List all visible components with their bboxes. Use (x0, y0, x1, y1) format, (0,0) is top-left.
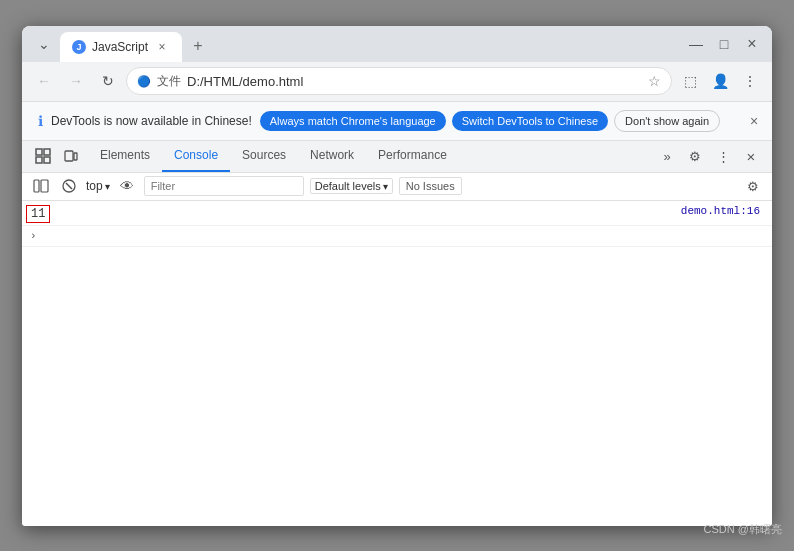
tab-favicon: J (72, 40, 86, 54)
match-language-button[interactable]: Always match Chrome's language (260, 111, 446, 131)
devtools-area: ℹ DevTools is now available in Chinese! … (22, 102, 772, 526)
devtools-settings-icon[interactable]: ⚙ (682, 143, 708, 169)
console-expand-row: › (22, 226, 772, 247)
tab-title: JavaScript (92, 40, 148, 54)
nav-bar: ← → ↻ 🔵 文件 D:/HTML/demo.html ☆ ⬚ 👤 ⋮ (22, 62, 772, 102)
browser-window: ⌄ J JavaScript × + — □ × ← → ↻ 🔵 文件 (22, 26, 772, 526)
switch-devtools-button[interactable]: Switch DevTools to Chinese (452, 111, 608, 131)
back-button[interactable]: ← (30, 67, 58, 95)
profile-button[interactable]: 👤 (706, 67, 734, 95)
console-settings-icon[interactable]: ⚙ (742, 175, 764, 197)
tab-sources[interactable]: Sources (230, 140, 298, 172)
context-selector[interactable]: top ▾ (86, 179, 110, 193)
no-issues-indicator: No Issues (399, 177, 462, 195)
tab-console[interactable]: Console (162, 140, 230, 172)
expand-icon[interactable]: › (26, 228, 41, 244)
notification-info-icon: ℹ (38, 113, 43, 129)
bookmark-icon[interactable]: ☆ (648, 73, 661, 89)
tab-close-btn[interactable]: × (154, 39, 170, 55)
devtools-tabs: Elements Console Sources Network Perform… (22, 141, 772, 173)
clear-console-icon[interactable] (58, 175, 80, 197)
svg-line-9 (66, 183, 72, 189)
inspect-element-icon[interactable] (30, 143, 56, 169)
eye-icon[interactable]: 👁 (116, 175, 138, 197)
console-output: 11 demo.html:16 › (22, 201, 772, 526)
new-tab-button[interactable]: + (184, 32, 212, 60)
extensions-button[interactable]: ⬚ (676, 67, 704, 95)
address-url: D:/HTML/demo.html (187, 74, 303, 89)
default-levels-select[interactable]: Default levels ▾ (310, 178, 393, 194)
devtools-tab-icons (30, 143, 84, 169)
tab-elements[interactable]: Elements (88, 140, 162, 172)
svg-rect-5 (74, 153, 77, 160)
context-dropdown-icon: ▾ (105, 181, 110, 192)
console-row: 11 demo.html:16 (22, 203, 772, 226)
more-tabs-button[interactable]: » (654, 143, 680, 169)
browser-tab[interactable]: J JavaScript × (60, 32, 182, 62)
address-actions: ⬚ 👤 ⋮ (676, 67, 764, 95)
svg-rect-1 (44, 149, 50, 155)
address-bar[interactable]: 🔵 文件 D:/HTML/demo.html ☆ (126, 67, 672, 95)
window-controls: — □ × (684, 32, 764, 62)
devtools-tab-actions: » ⚙ ⋮ × (654, 143, 764, 169)
menu-button[interactable]: ⋮ (736, 67, 764, 95)
address-info-icon: 🔵 (137, 75, 151, 88)
console-value[interactable]: 11 (26, 205, 50, 223)
notification-close-button[interactable]: × (744, 111, 764, 131)
filter-input[interactable] (144, 176, 304, 196)
svg-rect-4 (65, 151, 73, 161)
notification-text: DevTools is now available in Chinese! (51, 114, 252, 128)
close-button[interactable]: × (740, 32, 764, 56)
tab-network[interactable]: Network (298, 140, 366, 172)
title-bar: ⌄ J JavaScript × + — □ × (22, 26, 772, 62)
device-toolbar-icon[interactable] (58, 143, 84, 169)
svg-rect-7 (41, 180, 48, 192)
tab-dropdown-btn[interactable]: ⌄ (30, 30, 58, 58)
address-file-label: 文件 (157, 73, 181, 90)
reload-button[interactable]: ↻ (94, 67, 122, 95)
forward-button[interactable]: → (62, 67, 90, 95)
devtools-notification: ℹ DevTools is now available in Chinese! … (22, 102, 772, 141)
watermark: CSDN @韩曙亮 (704, 522, 782, 537)
maximize-button[interactable]: □ (712, 32, 736, 56)
svg-rect-0 (36, 149, 42, 155)
minimize-button[interactable]: — (684, 32, 708, 56)
tab-strip: ⌄ J JavaScript × + (30, 30, 684, 62)
console-sidebar-icon[interactable] (30, 175, 52, 197)
levels-dropdown-icon: ▾ (383, 181, 388, 192)
console-source-link[interactable]: demo.html:16 (681, 205, 768, 217)
svg-rect-6 (34, 180, 39, 192)
screenshot-wrapper: ⌄ J JavaScript × + — □ × ← → ↻ 🔵 文件 (0, 0, 794, 551)
notification-buttons: Always match Chrome's language Switch De… (260, 110, 720, 132)
devtools-close-button[interactable]: × (738, 143, 764, 169)
dont-show-again-button[interactable]: Don't show again (614, 110, 720, 132)
svg-rect-2 (36, 157, 42, 163)
tab-performance[interactable]: Performance (366, 140, 459, 172)
svg-rect-3 (44, 157, 50, 163)
console-toolbar: top ▾ 👁 Default levels ▾ No Issues ⚙ (22, 173, 772, 201)
devtools-more-options-icon[interactable]: ⋮ (710, 143, 736, 169)
